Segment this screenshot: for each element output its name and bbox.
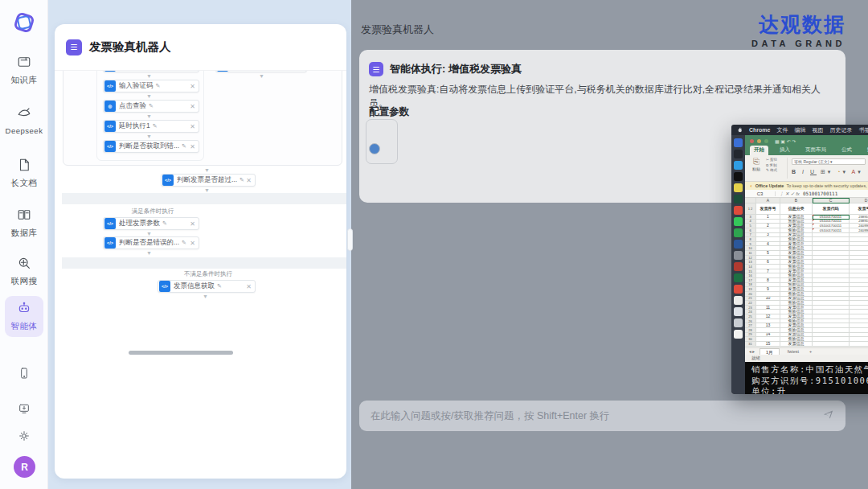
apple-icon xyxy=(736,126,743,134)
panel-resize-handle[interactable] xyxy=(347,228,353,251)
edit-icon[interactable]: ✎ xyxy=(217,283,222,290)
edit-icon[interactable]: ✎ xyxy=(182,143,186,150)
menubar-items: Chrome文件编辑视图历史记录书签窗口帮助 xyxy=(749,126,868,134)
workflow-node[interactable]: </>处理发票参数✎✕ xyxy=(103,217,199,230)
execution-screenshot: Chrome文件编辑视图历史记录书签窗口帮助 ❋99+◔▦♪◠100%▮▭周一 … xyxy=(731,125,868,394)
formula-bar: C3 ⋮ ✕ ✓ fx 051001700111 xyxy=(745,190,868,198)
dock-app-icon xyxy=(734,273,743,282)
sheet-tab-bar: ◂ ▸ 1月fwtest + xyxy=(745,347,868,355)
workflow-node[interactable]: </>判断发票是否超过...✎✕ xyxy=(161,174,256,187)
sidebar-item-label: 长文档 xyxy=(11,178,38,189)
sidebar-item-智能体[interactable]: 智能体 xyxy=(5,296,43,337)
grid-cell: 1 2 xyxy=(745,203,756,215)
grid-cell: 信息分类 xyxy=(780,203,813,215)
chat-input[interactable]: 在此输入问题或按/获取推荐问题，按 Shift+Enter 换行 xyxy=(359,401,845,431)
minimize-icon xyxy=(757,139,761,143)
dock-app-icon xyxy=(734,318,743,327)
node-type-icon: </> xyxy=(104,71,116,72)
remove-node-icon[interactable]: ✕ xyxy=(190,123,195,130)
remove-node-icon[interactable]: ✕ xyxy=(190,83,195,90)
chat-input-placeholder: 在此输入问题或按/获取推荐问题，按 Shift+Enter 换行 xyxy=(371,409,610,423)
node-label: 延时执行1 xyxy=(119,121,150,131)
sidebar-item-Deepseek[interactable]: Deepseek xyxy=(5,101,43,140)
toolbar-icons: ▦ ▣ ↶ ↷ xyxy=(775,138,796,144)
edit-icon[interactable]: ✎ xyxy=(156,83,161,89)
node-type-icon: ◎ xyxy=(104,101,116,112)
grid-cell: 31 xyxy=(745,342,756,347)
user-avatar[interactable]: R xyxy=(14,456,35,478)
workflow-node[interactable]: ◎点击查验✎✕ xyxy=(103,100,199,113)
robot-chip-icon: ☰ xyxy=(66,39,82,55)
remove-node-icon[interactable]: ✕ xyxy=(190,220,195,228)
node-label: 判断是否获取到错... xyxy=(119,142,179,151)
remove-node-icon[interactable]: ✕ xyxy=(190,103,195,110)
dock-app-icon xyxy=(734,285,743,294)
app-logo-icon[interactable] xyxy=(14,12,35,33)
sidebar-item-数据库[interactable]: 数据库 xyxy=(5,203,43,244)
ribbon-tab-数据: 数据 xyxy=(863,146,868,155)
edit-icon[interactable]: ✎ xyxy=(149,103,154,109)
excel-statusbar: 就绪 ▦ ▤ ▥ − + 100% xyxy=(745,355,868,362)
mobile-icon[interactable] xyxy=(18,367,31,383)
grid-cell: 发票信息 xyxy=(780,342,813,347)
remove-node-icon[interactable]: ✕ xyxy=(246,177,252,184)
grid-cell: A xyxy=(756,198,780,203)
edit-icon[interactable]: ✎ xyxy=(240,177,244,183)
grid-cell: 发票代码 xyxy=(813,203,850,215)
terminal-overlay: 销售方名称:中国石油天然气股份有限公司四川销售分公司购买方识别号:9151010… xyxy=(745,362,868,394)
spreadsheet-grid: ABCDEFGHIJK1 2发票序号信息分类发票代码发票号码开票日期校验码发票金… xyxy=(745,198,868,347)
sidebar-item-联网搜[interactable]: 联网搜 xyxy=(5,251,43,292)
node-label: 判断是否是错误的... xyxy=(119,238,179,248)
dock-app-icon xyxy=(734,195,743,203)
horizontal-scrollbar[interactable] xyxy=(129,351,233,355)
workflow-node[interactable]: </>输入验证码✎✕ xyxy=(103,80,199,92)
remove-node-icon[interactable]: ✕ xyxy=(190,240,195,247)
remove-node-icon[interactable]: ✕ xyxy=(190,143,195,150)
excel-titlebar: ▦ ▣ ↶ ↷ ▦ fp_infos ⌕~在工作表中搜索 ◎ xyxy=(745,135,868,146)
dock-app-icon xyxy=(734,138,743,147)
terminal-line: 单位:升 xyxy=(751,386,868,394)
node-type-icon: </> xyxy=(104,237,116,249)
execution-title: 智能体执行: 增值税发票验真 xyxy=(390,62,522,76)
sidebar-item-长文档[interactable]: 长文档 xyxy=(5,153,43,194)
dock-app-icon xyxy=(734,217,743,226)
menu-item-Chrome: Chrome xyxy=(749,127,770,133)
dock-app-icon xyxy=(734,307,743,316)
flow-arrow-icon: ▼ xyxy=(204,167,210,173)
excel-ribbon-tabs: 开始插入页面布局公式数据审阅视图 ⚉ 共享 ∧ xyxy=(745,146,868,155)
node-type-icon: </> xyxy=(159,281,170,292)
logo-cn-text: 达观数据 xyxy=(751,11,845,38)
flow-arrow-icon: ▼ xyxy=(146,113,152,119)
workflow-node[interactable]: </>发票信息获取✎✕ xyxy=(158,280,256,293)
workflow-node[interactable]: </>判断是否是错误的...✎✕ xyxy=(103,236,199,249)
workflow-canvas[interactable]: </>获取验证码✎✕▼</>输入验证码✎✕▼◎点击查验✎✕▼</>延时执行1✎✕… xyxy=(55,71,346,479)
grid-cell: 发票序号 xyxy=(756,203,780,215)
node-label: 点击查验 xyxy=(119,101,146,111)
edit-icon[interactable]: ✎ xyxy=(162,220,167,227)
grid-cell: B xyxy=(780,198,813,203)
node-type-icon: </> xyxy=(104,218,116,229)
flow-arrow-icon: ▼ xyxy=(146,134,152,139)
dock-app-icon xyxy=(734,251,743,260)
ribbon-clipboard-mini: ✂ 剪切⧉ 复制✎ 格式 xyxy=(766,158,777,174)
ribbon-tab-公式: 公式 xyxy=(837,146,856,155)
workflow-node[interactable]: </>判断是否获取到错...✎✕ xyxy=(103,140,199,153)
settings-icon[interactable] xyxy=(18,429,31,446)
ribbon-tab-插入: 插入 xyxy=(776,146,794,155)
workflow-card: ☰ 发票验真机器人 </>获取验证码✎✕▼</>输入验证码✎✕▼◎点击查验✎✕▼… xyxy=(55,24,346,479)
edit-icon[interactable]: ✎ xyxy=(153,123,158,129)
dock-app-icon xyxy=(734,228,743,237)
app-sidebar: 知识库Deepseek长文档数据库联网搜智能体 R xyxy=(0,0,48,489)
dock-app-icon xyxy=(734,262,743,271)
screen-cast-icon[interactable] xyxy=(18,402,31,418)
remove-node-icon[interactable]: ✕ xyxy=(246,283,252,290)
grid-cell xyxy=(745,198,756,203)
edit-icon[interactable]: ✎ xyxy=(182,240,186,246)
send-icon[interactable] xyxy=(822,409,834,424)
branch-divider xyxy=(62,257,346,269)
sidebar-item-label: 智能体 xyxy=(11,321,38,332)
sidebar-item-知识库[interactable]: 知识库 xyxy=(5,50,43,91)
agent-icon xyxy=(17,301,31,318)
workflow-node[interactable]: </>延时执行1✎✕ xyxy=(103,120,199,133)
ribbon-separator xyxy=(787,158,788,179)
